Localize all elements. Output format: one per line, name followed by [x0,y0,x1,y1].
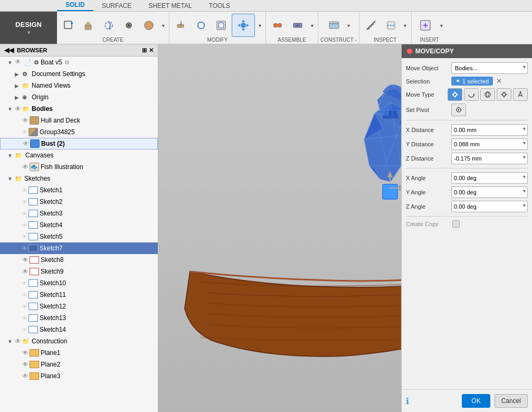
assemble-dropdown[interactable]: ▾ [308,14,316,37]
tree-item-plane3[interactable]: 👁 Plane3 [0,370,158,382]
tab-surface[interactable]: SURFACE [93,1,140,11]
svg-rect-27 [329,22,339,24]
move-type-label: Move Type [406,91,445,98]
tree-label-group: Group34825 [40,128,75,136]
tree-item-bodies[interactable]: ▼ 👁 📁 Bodies [0,103,158,115]
tree-item-canvases[interactable]: ▼ 📁 Canvases [0,149,158,161]
tree-item-bust[interactable]: 👁 Bust (2) [0,138,158,149]
create-dropdown[interactable]: ▾ [159,14,167,37]
y-distance-label: Y Distance [406,141,449,147]
svg-marker-4 [85,22,91,25]
cancel-button[interactable]: Cancel [495,394,528,408]
press-pull-btn[interactable] [172,14,191,37]
3d-viewport[interactable] [158,44,401,412]
y-distance-input[interactable] [451,138,528,150]
tree-item-construction[interactable]: ▼ 👁 📁 Construction [0,335,158,347]
group-eye-icon[interactable]: 👁 [22,129,27,135]
browser-close-btn[interactable]: ✕ [149,47,154,54]
tree-item-hull-deck[interactable]: 👁 Hull and Deck [0,115,158,126]
tree-label-sketches: Sketches [24,175,50,182]
bust-eye-icon[interactable]: 👁 [23,140,29,147]
selection-clear-btn[interactable]: ✕ [496,77,502,85]
tree-item-sketch14[interactable]: 👁 Sketch14 [0,324,158,335]
x-distance-input[interactable] [451,124,528,136]
tree-item-doc-settings[interactable]: ▶ ⚙ Document Settings [0,68,158,80]
motion-link-btn[interactable] [288,14,307,37]
svg-point-84 [487,92,489,97]
z-distance-input[interactable] [451,153,528,164]
browser-collapse-icon[interactable]: ◀◀ [4,46,14,54]
x-angle-input[interactable] [451,172,528,184]
settings-icon[interactable]: ⚙ [34,59,39,66]
tab-solid[interactable]: SOLID [57,0,93,11]
svg-point-92 [458,109,460,111]
fillet-btn[interactable] [192,14,211,37]
revolve-btn[interactable] [99,14,118,37]
tab-tools[interactable]: TOOLS [201,1,239,11]
selection-badge[interactable]: ✦ 1 selected [451,77,493,86]
tree-item-sketch3[interactable]: 👁 Sketch3 [0,208,158,219]
tree-item-plane1[interactable]: 👁 Plane1 [0,347,158,359]
svg-rect-13 [198,22,204,29]
fish-eye-icon[interactable]: 👁 [22,163,28,171]
move-type-rotate-y[interactable] [480,88,495,101]
set-pivot-btn[interactable] [451,104,466,116]
tree-label-named-views: Named Views [32,82,71,89]
move-type-translate[interactable] [448,88,462,101]
tree-item-sketch7[interactable]: 👁 Sketch7 [0,242,158,254]
modify-dropdown[interactable]: ▾ [256,14,263,37]
construction-eye-icon[interactable]: 👁 [15,338,21,345]
svg-marker-17 [242,20,245,22]
tree-item-sketches[interactable]: ▼ 📁 Sketches [0,173,158,184]
tree-item-boat-v5[interactable]: ▼ 👁 📄 ⚙ Boat v5 ⚙ [0,57,158,68]
tree-item-fish[interactable]: 👁 🐟 Fish Illustration [0,161,158,173]
joint-btn[interactable] [268,14,287,37]
ok-button[interactable]: OK [462,394,490,408]
inspect-dropdown[interactable]: ▾ [402,14,409,37]
measure-btn[interactable] [362,14,381,37]
panel-info-icon[interactable]: ℹ [406,396,409,406]
z-angle-input[interactable] [451,201,528,212]
shell-btn[interactable] [212,14,231,37]
tree-item-sketch9[interactable]: 👁 Sketch9 [0,266,158,277]
tree-item-sketch10[interactable]: 👁 Sketch10 [0,277,158,289]
offset-plane-btn[interactable] [325,14,344,37]
move-object-select[interactable]: Bodies... [451,62,528,74]
panel-close-dot[interactable] [407,49,412,54]
tree-item-group34825[interactable]: 👁 Group34825 [0,126,158,138]
tree-item-sketch5[interactable]: 👁 Sketch5 [0,231,158,242]
insert-dropdown[interactable]: ▾ [438,14,445,37]
tab-sheet-metal[interactable]: SHEET METAL [140,1,200,11]
move-type-free[interactable] [513,88,528,101]
section-analysis-btn[interactable] [382,14,401,37]
tree-item-named-views[interactable]: ▶ 📁 Named Views [0,80,158,91]
tree-item-sketch1[interactable]: 👁 Sketch1 [0,184,158,196]
selection-label: Selection [406,78,449,85]
move-type-pivot[interactable] [497,88,511,101]
bodies-eye-icon[interactable]: 👁 [15,105,21,113]
insert-btn[interactable] [414,14,437,37]
eye-icon[interactable]: 👁 [15,58,23,67]
panel-header: MOVE/COPY [402,44,532,58]
create-copy-checkbox[interactable] [452,220,460,228]
construct-dropdown[interactable]: ▾ [345,14,352,37]
tree-item-sketch13[interactable]: 👁 Sketch13 [0,312,158,324]
sphere-btn[interactable] [139,14,158,37]
browser-expand-btn[interactable]: ⊞ [142,47,147,54]
hull-eye-icon[interactable]: 👁 [22,117,28,124]
design-button[interactable]: DESIGN ▾ [0,12,57,44]
move-btn[interactable] [232,14,255,37]
tree-item-sketch4[interactable]: 👁 Sketch4 [0,219,158,231]
modify-label: MODIFY [207,37,228,43]
tree-item-origin[interactable]: ▶ ⊕ Origin [0,91,158,103]
tree-item-plane2[interactable]: 👁 Plane2 [0,359,158,370]
tree-item-sketch2[interactable]: 👁 Sketch2 [0,196,158,208]
tree-item-sketch11[interactable]: 👁 Sketch11 [0,289,158,301]
hole-btn[interactable] [119,14,138,37]
extrude-btn[interactable] [79,14,98,37]
new-component-btn[interactable] [59,14,78,37]
y-angle-input[interactable] [451,186,528,198]
tree-item-sketch8[interactable]: 👁 Sketch8 [0,254,158,266]
move-type-rotate-x[interactable] [464,88,479,101]
tree-item-sketch12[interactable]: 👁 Sketch12 [0,301,158,312]
